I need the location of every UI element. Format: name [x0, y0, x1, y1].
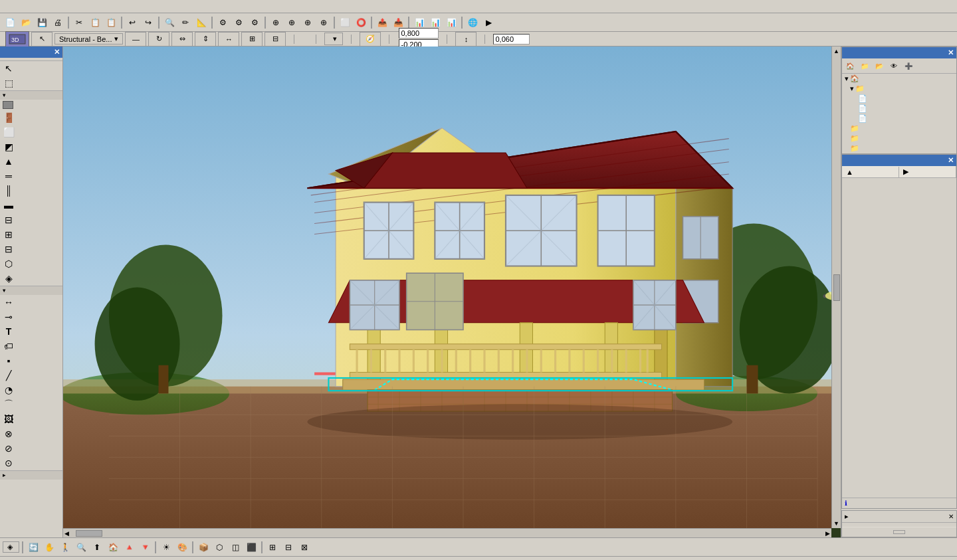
- flip-h-btn[interactable]: ⇔: [171, 32, 193, 47]
- view-arrow-btn[interactable]: ↖: [31, 32, 53, 47]
- toolbar-cut[interactable]: ✂: [72, 15, 86, 30]
- viewport-scrollbar-bottom[interactable]: ◀ ▶: [63, 528, 831, 537]
- nav-folder-btn[interactable]: 📁: [858, 60, 871, 72]
- structural-dropdown[interactable]: Structural - Be... ▾: [54, 33, 123, 45]
- toolbar-anchor1[interactable]: ⊕: [268, 15, 283, 30]
- scroll-right-arrow[interactable]: ▶: [824, 529, 831, 538]
- toolbox-item-polyline[interactable]: ⌒: [0, 397, 62, 412]
- bb-hidden[interactable]: ◫: [228, 540, 243, 555]
- toolbar-web[interactable]: 🌐: [465, 15, 480, 30]
- favorites-footer[interactable]: ℹ: [842, 498, 956, 508]
- scroll-down-arrow[interactable]: ▼: [832, 519, 841, 528]
- bb-pan[interactable]: ✋: [42, 540, 56, 555]
- bb-fly[interactable]: 🔍: [74, 540, 88, 555]
- toolbar-new[interactable]: 📄: [3, 15, 17, 30]
- toolbar-search[interactable]: 🔍: [162, 15, 177, 30]
- bb-join[interactable]: ⊠: [297, 540, 312, 555]
- toolbox-item-interi[interactable]: ⊙: [0, 456, 62, 470]
- nav-view-btn[interactable]: 👁: [887, 60, 901, 72]
- view-3d-btn[interactable]: 3D: [5, 31, 29, 47]
- nav-icon1[interactable]: 🧭: [360, 32, 381, 47]
- nav-folder2-btn[interactable]: 📂: [873, 60, 886, 72]
- toolbox-item-roof[interactable]: ▲: [0, 154, 62, 169]
- toolbar-pen[interactable]: ✏: [178, 15, 193, 30]
- bb-split[interactable]: ⊞: [265, 540, 280, 555]
- rotate-btn[interactable]: ↻: [148, 32, 169, 47]
- scroll-up-arrow[interactable]: ▲: [832, 47, 841, 56]
- toolbar-anchor2[interactable]: ⊕: [284, 15, 299, 30]
- properties-close-icon[interactable]: ✕: [948, 513, 954, 520]
- toolbox-item-fill[interactable]: ▪: [0, 353, 62, 368]
- toolbar-rect[interactable]: ⬜: [338, 15, 352, 30]
- toolbar-undo[interactable]: ↩: [125, 15, 140, 30]
- scroll-thumb[interactable]: [833, 274, 840, 301]
- toolbar-export[interactable]: 📤: [375, 15, 389, 30]
- toolbar-circle[interactable]: ⭕: [354, 15, 368, 30]
- bb-split2[interactable]: ⊟: [281, 540, 296, 555]
- align-btn[interactable]: ⊞: [241, 32, 263, 47]
- fav-col-type[interactable]: ▲: [842, 167, 899, 177]
- 3d-window-btn[interactable]: ◈: [3, 541, 19, 553]
- toolbox-item-mesh[interactable]: ⊞: [0, 227, 62, 242]
- toolbar-print[interactable]: 🖨: [51, 15, 65, 30]
- settings-button[interactable]: [893, 530, 905, 534]
- toolbar-save[interactable]: 💾: [35, 15, 49, 30]
- toolbox-item-door[interactable]: 🚪: [0, 110, 62, 125]
- fav-col-name[interactable]: ▶: [899, 166, 956, 177]
- toolbox-item-level[interactable]: ⊸: [0, 310, 62, 324]
- toolbox-item-dimen[interactable]: ↔: [0, 295, 62, 310]
- toolbar-anchor3[interactable]: ⊕: [300, 15, 315, 30]
- viewport-scrollbar-right[interactable]: ▲ ▼: [831, 47, 841, 528]
- toolbox-item-object[interactable]: ◈: [0, 271, 62, 286]
- toolbox-item-arrow[interactable]: ↖: [0, 61, 62, 76]
- tree-interior-elev[interactable]: 📁: [842, 143, 956, 153]
- toolbar-paste[interactable]: 📋: [104, 15, 118, 30]
- toolbox-item-slab[interactable]: ▬: [0, 198, 62, 213]
- toolbox-item-text[interactable]: T: [0, 324, 62, 339]
- toolbox-item-line[interactable]: ╱: [0, 368, 62, 383]
- bb-render[interactable]: 🎨: [175, 540, 189, 555]
- scale-btn[interactable]: ↔: [218, 32, 239, 47]
- nav-icon2[interactable]: ↕: [455, 32, 477, 47]
- toolbox-item-column[interactable]: ║: [0, 183, 62, 198]
- toolbox-more[interactable]: ▸: [0, 470, 62, 480]
- nav-add-btn[interactable]: ➕: [902, 60, 915, 72]
- favorites-close-icon[interactable]: ✕: [948, 156, 954, 165]
- toolbox-close-icon[interactable]: ✕: [54, 48, 60, 56]
- toolbox-item-skylight[interactable]: ◩: [0, 140, 62, 154]
- tree-sections[interactable]: 📁: [842, 124, 956, 134]
- toolbox-item-marquee[interactable]: ⬚: [0, 76, 62, 90]
- bb-sun[interactable]: ☀: [159, 540, 173, 555]
- bb-walk[interactable]: 🚶: [58, 540, 72, 555]
- toolbox-item-window[interactable]: ⬜: [0, 125, 62, 140]
- toolbox-section-design[interactable]: ▾: [0, 90, 62, 100]
- toolbar-settings1[interactable]: ⚙: [215, 15, 230, 30]
- navigator-close-icon[interactable]: ✕: [948, 48, 954, 57]
- nav-home-btn[interactable]: 🏠: [843, 60, 857, 72]
- toolbox-item-zone[interactable]: ⬡: [0, 256, 62, 271]
- t-input[interactable]: [399, 28, 439, 39]
- bb-orbit[interactable]: 🔄: [26, 540, 41, 555]
- toolbar-settings2[interactable]: ⚙: [231, 15, 246, 30]
- tree-story1[interactable]: 📄: [842, 104, 956, 114]
- scroll-hthumb[interactable]: [76, 530, 102, 537]
- bb-zoom[interactable]: ⬆: [90, 540, 104, 555]
- line-thickness-btn[interactable]: —: [125, 32, 146, 47]
- bb-3d-mode[interactable]: 📦: [196, 540, 211, 555]
- tree-story2[interactable]: 📄: [842, 94, 956, 104]
- bb-solid[interactable]: ⬛: [244, 540, 259, 555]
- viewport-3d[interactable]: ▲ ▼ ◀ ▶: [63, 47, 841, 537]
- toolbox-item-drawing[interactable]: 🖼: [0, 412, 62, 426]
- toolbox-item-stair[interactable]: ⊟: [0, 213, 62, 227]
- toolbox-section-document[interactable]: ▾: [0, 286, 62, 295]
- flip-v-btn[interactable]: ⇕: [195, 32, 216, 47]
- tree-elevations[interactable]: 📁: [842, 134, 956, 143]
- bb-down[interactable]: 🔻: [138, 540, 152, 555]
- toolbox-item-label[interactable]: 🏷: [0, 339, 62, 353]
- toolbar-copy[interactable]: 📋: [88, 15, 102, 30]
- toolbar-redo[interactable]: ↪: [141, 15, 156, 30]
- tree-project-root[interactable]: ▾ 🏠: [842, 74, 956, 84]
- tree-ground[interactable]: 📄: [842, 114, 956, 124]
- toolbar-chart3[interactable]: 📊: [444, 15, 459, 30]
- bb-wire[interactable]: ⬡: [212, 540, 227, 555]
